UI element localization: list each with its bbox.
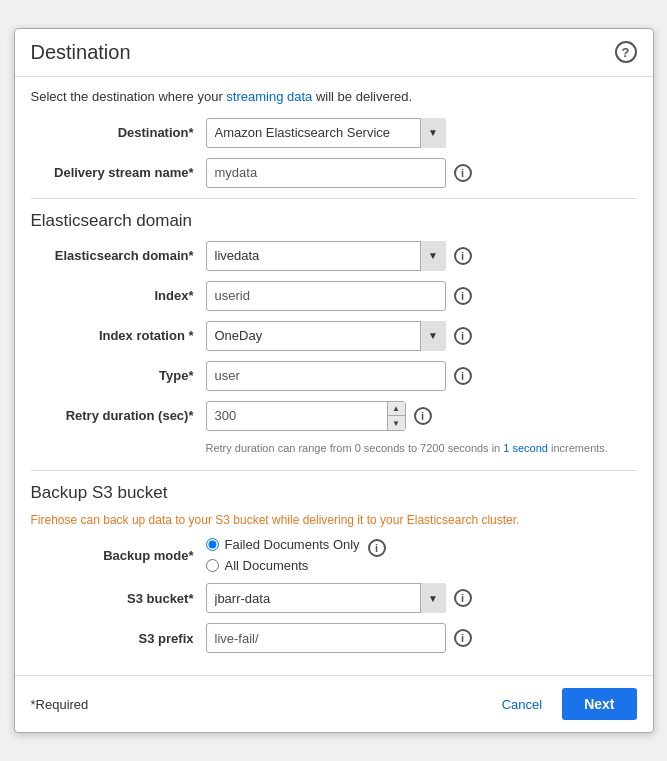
intro-text: Select the destination where your stream… [31, 89, 637, 104]
backup-mode-label: Backup mode* [31, 548, 206, 563]
s3-prefix-control: i [206, 623, 637, 653]
index-info-icon[interactable]: i [454, 287, 472, 305]
retry-duration-spinner-buttons: ▲ ▼ [387, 402, 405, 430]
s3-bucket-info-icon[interactable]: i [454, 589, 472, 607]
required-note: *Required [31, 697, 89, 712]
backup-section-desc: Firehose can back up data to your S3 buc… [31, 513, 637, 527]
es-domain-info-icon[interactable]: i [454, 247, 472, 265]
s3-prefix-info-icon[interactable]: i [454, 629, 472, 647]
backup-mode-all-option[interactable]: All Documents [206, 558, 360, 573]
backup-mode-info-icon[interactable]: i [368, 539, 386, 557]
backup-mode-failed-option[interactable]: Failed Documents Only [206, 537, 360, 552]
backup-mode-failed-radio[interactable] [206, 538, 219, 551]
backup-mode-control: Failed Documents Only All Documents i [206, 537, 637, 573]
retry-duration-hint: Retry duration can range from 0 seconds … [206, 441, 637, 456]
destination-select-wrap: Amazon Elasticsearch Service Amazon S3 A… [206, 118, 446, 148]
elasticsearch-section-header: Elasticsearch domain [31, 198, 637, 231]
es-domain-select-wrap: livedata ▼ [206, 241, 446, 271]
help-icon[interactable]: ? [615, 41, 637, 63]
index-rotation-info-icon[interactable]: i [454, 327, 472, 345]
backup-section-header: Backup S3 bucket [31, 470, 637, 503]
destination-row: Destination* Amazon Elasticsearch Servic… [31, 118, 637, 148]
retry-duration-decrement-button[interactable]: ▼ [388, 416, 405, 430]
streaming-data-link[interactable]: streaming data [226, 89, 312, 104]
retry-duration-info-icon[interactable]: i [414, 407, 432, 425]
s3-bucket-row: S3 bucket* jbarr-data ▼ i [31, 583, 637, 613]
cancel-button[interactable]: Cancel [492, 691, 552, 718]
retry-duration-spinner-wrap: ▲ ▼ [206, 401, 406, 431]
s3-bucket-label: S3 bucket* [31, 591, 206, 606]
s3-prefix-input[interactable] [206, 623, 446, 653]
index-rotation-select[interactable]: NoRotation OneHour OneDay OneWeek OneMon… [206, 321, 446, 351]
destination-dialog: Destination ? Select the destination whe… [14, 28, 654, 733]
index-control: i [206, 281, 637, 311]
s3-bucket-control: jbarr-data ▼ i [206, 583, 637, 613]
retry-duration-row: Retry duration (sec)* ▲ ▼ i [31, 401, 637, 431]
type-control: i [206, 361, 637, 391]
retry-duration-input[interactable] [206, 401, 406, 431]
next-button[interactable]: Next [562, 688, 636, 720]
es-domain-control: livedata ▼ i [206, 241, 637, 271]
dialog-body: Select the destination where your stream… [15, 77, 653, 675]
destination-label: Destination* [31, 125, 206, 140]
type-label: Type* [31, 368, 206, 383]
index-rotation-select-wrap: NoRotation OneHour OneDay OneWeek OneMon… [206, 321, 446, 351]
s3-bucket-select[interactable]: jbarr-data [206, 583, 446, 613]
dialog-footer: *Required Cancel Next [15, 675, 653, 732]
index-rotation-label: Index rotation * [31, 328, 206, 343]
index-label: Index* [31, 288, 206, 303]
backup-mode-row: Backup mode* Failed Documents Only All D… [31, 537, 637, 573]
type-row: Type* i [31, 361, 637, 391]
backup-mode-all-label: All Documents [225, 558, 309, 573]
retry-duration-control: ▲ ▼ i [206, 401, 637, 431]
destination-control: Amazon Elasticsearch Service Amazon S3 A… [206, 118, 637, 148]
delivery-stream-info-icon[interactable]: i [454, 164, 472, 182]
index-rotation-control: NoRotation OneHour OneDay OneWeek OneMon… [206, 321, 637, 351]
es-domain-select[interactable]: livedata [206, 241, 446, 271]
delivery-stream-input[interactable] [206, 158, 446, 188]
backup-mode-all-radio[interactable] [206, 559, 219, 572]
s3-prefix-row: S3 prefix i [31, 623, 637, 653]
retry-duration-hint-link[interactable]: 1 second [503, 442, 548, 454]
index-row: Index* i [31, 281, 637, 311]
retry-duration-increment-button[interactable]: ▲ [388, 402, 405, 417]
s3-bucket-select-wrap: jbarr-data ▼ [206, 583, 446, 613]
dialog-header: Destination ? [15, 29, 653, 77]
backup-mode-radio-group: Failed Documents Only All Documents [206, 537, 360, 573]
s3-prefix-label: S3 prefix [31, 631, 206, 646]
backup-mode-failed-label: Failed Documents Only [225, 537, 360, 552]
es-domain-label: Elasticsearch domain* [31, 248, 206, 263]
dialog-title: Destination [31, 41, 131, 64]
delivery-stream-label: Delivery stream name* [31, 165, 206, 180]
footer-buttons: Cancel Next [492, 688, 637, 720]
type-input[interactable] [206, 361, 446, 391]
delivery-stream-row: Delivery stream name* i [31, 158, 637, 188]
retry-duration-label: Retry duration (sec)* [31, 408, 206, 423]
delivery-stream-control: i [206, 158, 637, 188]
es-domain-row: Elasticsearch domain* livedata ▼ i [31, 241, 637, 271]
index-input[interactable] [206, 281, 446, 311]
type-info-icon[interactable]: i [454, 367, 472, 385]
destination-select[interactable]: Amazon Elasticsearch Service Amazon S3 A… [206, 118, 446, 148]
index-rotation-row: Index rotation * NoRotation OneHour OneD… [31, 321, 637, 351]
